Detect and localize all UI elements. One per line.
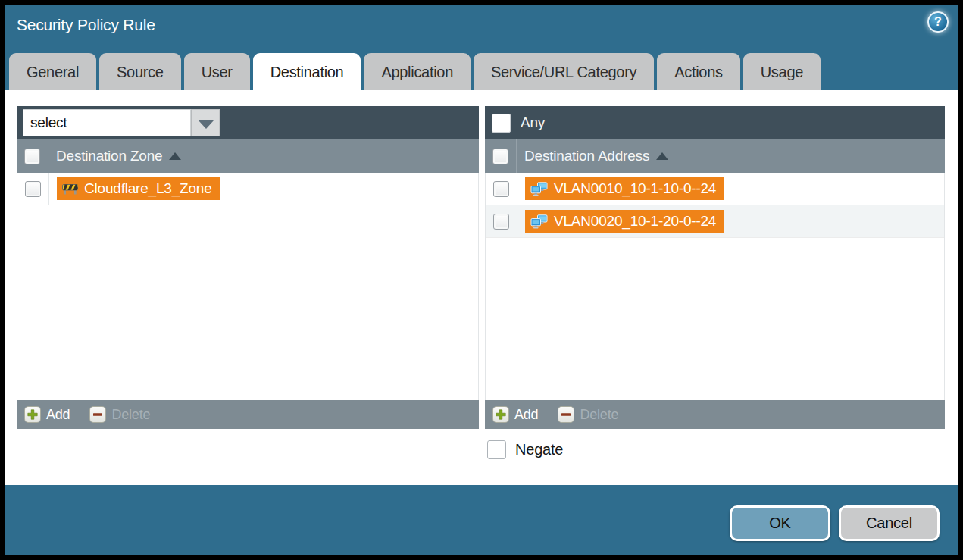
- zone-delete-button[interactable]: Delete: [89, 406, 150, 423]
- plus-icon: [492, 406, 509, 423]
- help-icon[interactable]: ?: [927, 11, 949, 33]
- address-item-label: VLAN0010_10-1-10-0--24: [554, 180, 716, 197]
- address-panel-footer: Add Delete: [485, 400, 945, 429]
- address-row-checkbox[interactable]: [493, 214, 509, 230]
- tab-user[interactable]: User: [184, 53, 250, 90]
- sort-ascending-icon: [656, 152, 668, 160]
- dialog-title: Security Policy Rule: [17, 16, 155, 34]
- address-column-header[interactable]: Destination Address: [485, 139, 945, 173]
- negate-label: Negate: [515, 441, 563, 458]
- address-item-label: VLAN0020_10-1-20-0--24: [554, 213, 716, 230]
- security-policy-rule-dialog: Security Policy Rule ? General Source Us…: [5, 5, 958, 555]
- network-hosts-icon: [530, 214, 548, 229]
- tab-general[interactable]: General: [9, 53, 96, 90]
- zone-panel-footer: Add Delete: [17, 400, 479, 429]
- zone-row-checkbox[interactable]: [25, 181, 41, 197]
- address-row: VLAN0010_10-1-10-0--24: [486, 173, 944, 205]
- destination-tab-content: select Destination Zone: [5, 90, 958, 485]
- ok-button[interactable]: OK: [730, 505, 830, 541]
- zone-panel-header: select: [17, 106, 479, 139]
- address-item[interactable]: VLAN0010_10-1-10-0--24: [525, 177, 724, 200]
- zone-item[interactable]: Cloudflare_L3_Zone: [57, 177, 220, 200]
- window-frame: Security Policy Rule ? General Source Us…: [0, 0, 963, 560]
- zone-select-input[interactable]: select: [23, 109, 191, 136]
- minus-icon: [89, 406, 106, 423]
- cancel-button[interactable]: Cancel: [839, 505, 940, 541]
- zone-column-header[interactable]: Destination Zone: [17, 139, 479, 173]
- plus-icon: [24, 406, 41, 423]
- negate-option: Negate: [487, 440, 563, 459]
- minus-icon: [558, 406, 574, 423]
- address-column-label: Destination Address: [524, 148, 649, 164]
- tab-usage[interactable]: Usage: [743, 53, 821, 90]
- zone-add-button[interactable]: Add: [24, 406, 70, 423]
- tab-bar: General Source User Destination Applicat…: [9, 53, 821, 90]
- zone-barricade-icon: [62, 183, 78, 195]
- negate-checkbox[interactable]: [487, 440, 506, 459]
- sort-ascending-icon: [169, 152, 181, 160]
- zone-select-dropdown-button[interactable]: [191, 109, 220, 136]
- address-panel-header: Any: [485, 106, 945, 139]
- destination-address-panel: Any Destination Address: [485, 106, 945, 429]
- any-checkbox[interactable]: [492, 114, 511, 133]
- network-hosts-icon: [530, 182, 548, 196]
- tab-application[interactable]: Application: [364, 53, 471, 90]
- destination-zone-panel: select Destination Zone: [17, 106, 479, 429]
- tab-source[interactable]: Source: [99, 53, 181, 90]
- address-row: VLAN0020_10-1-20-0--24: [486, 205, 944, 238]
- zone-item-label: Cloudflare_L3_Zone: [84, 180, 212, 197]
- zone-row: Cloudflare_L3_Zone: [17, 173, 478, 205]
- address-delete-button[interactable]: Delete: [558, 406, 618, 423]
- select-all-addresses-checkbox[interactable]: [492, 149, 508, 164]
- title-bar: Security Policy Rule ?: [5, 5, 958, 53]
- zone-column-label: Destination Zone: [56, 148, 162, 164]
- chevron-down-icon: [199, 120, 214, 129]
- zone-list: Cloudflare_L3_Zone: [17, 173, 479, 400]
- tab-service-url-category[interactable]: Service/URL Category: [474, 53, 654, 90]
- tab-destination[interactable]: Destination: [253, 53, 361, 90]
- any-label: Any: [521, 114, 545, 131]
- select-all-zones-checkbox[interactable]: [24, 149, 40, 164]
- tab-actions[interactable]: Actions: [657, 53, 740, 90]
- address-list: VLAN0010_10-1-10-0--24: [485, 173, 945, 400]
- address-item[interactable]: VLAN0020_10-1-20-0--24: [525, 210, 724, 233]
- address-add-button[interactable]: Add: [492, 406, 538, 423]
- address-row-checkbox[interactable]: [493, 181, 509, 197]
